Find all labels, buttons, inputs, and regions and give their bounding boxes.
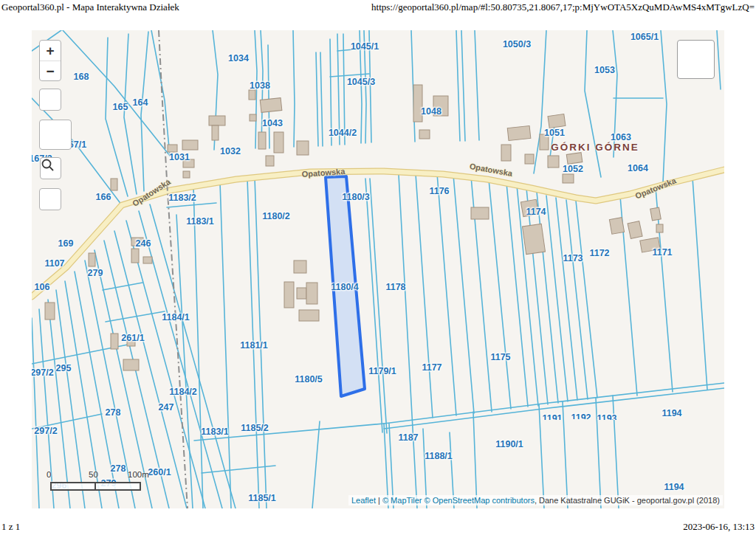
parcel-label: 1178 <box>385 282 405 292</box>
parcel-label: 1185/1 <box>248 493 276 503</box>
parcel-label: 1053 <box>594 65 615 75</box>
parcel-label: 1180/5 <box>295 374 323 384</box>
attribution-link[interactable]: © OpenStreetMap contributors <box>425 496 535 505</box>
zoom-in-button[interactable]: + <box>40 41 61 61</box>
parcel-label: 1190/1 <box>495 439 523 449</box>
parcel-label: 1187 <box>398 432 418 443</box>
parcel-label: 1183/1 <box>201 427 229 437</box>
parcel-label: 1044/2 <box>329 128 357 138</box>
attribution-text: | <box>376 496 382 505</box>
parcel-label: 1172 <box>589 248 609 258</box>
parcel-label: 1177 <box>422 362 441 373</box>
parcel-label: 1180/4 <box>331 282 359 292</box>
parcel-label: 297/2 <box>34 426 57 436</box>
parcel-label: 1176 <box>429 186 449 196</box>
parcel-label: 1050/3 <box>503 39 531 49</box>
parcel-label: 164 <box>133 97 148 108</box>
parcel-label: 166 <box>96 192 111 202</box>
print-header-url: https://geoportal360.pl/map/#l:50.80735,… <box>371 1 755 13</box>
parcel-label: 278 <box>106 407 121 418</box>
parcel-label: 1031 <box>169 152 190 162</box>
parcel-label: 1032 <box>220 146 241 156</box>
parcel-label: 1065/1 <box>630 32 659 42</box>
parcel-label: 1194 <box>662 408 681 418</box>
parcel-label: 247 <box>159 402 174 413</box>
parcel-label: 295 <box>56 363 72 373</box>
parcel-label: 1193 <box>597 413 616 420</box>
parcel-label: 1107 <box>44 258 64 269</box>
parcel-label: 106 <box>35 282 50 292</box>
map-corner-panel[interactable] <box>677 40 715 79</box>
parcel-label: 168 <box>74 72 89 82</box>
parcel-label: 1052 <box>563 164 583 174</box>
parcel-label: 1192 <box>571 413 591 419</box>
parcel-label: 297/2 <box>32 367 54 378</box>
print-header-title: Geoportal360.pl - Mapa Interaktywna Dzia… <box>1 1 179 13</box>
parcel-label: 1179/1 <box>368 366 396 376</box>
parcel-label: 1183/2 <box>168 193 196 203</box>
scale-tick-100m: 100m <box>128 470 149 479</box>
search-icon <box>41 158 55 172</box>
parcel-label: 1045/1 <box>351 41 379 52</box>
parcel-label: 1191 <box>542 413 562 420</box>
attribution-link[interactable]: Leaflet <box>351 496 376 505</box>
parcel-label: 1184/2 <box>169 387 197 397</box>
parcel-label: 1051 <box>544 128 565 138</box>
parcel-label: 1184/1 <box>162 312 190 322</box>
parcel-label: 169 <box>58 238 74 249</box>
parcel-label: 1180/3 <box>342 192 370 202</box>
parcel-label: 1064 <box>628 163 648 173</box>
parcel-label: 1183/1 <box>186 216 214 227</box>
parcel-label: 1034 <box>228 53 249 63</box>
map[interactable]: 16816516467/1167/21661183/21183/11692461… <box>32 30 724 508</box>
print-preview-page: Geoportal360.pl - Mapa Interaktywna Dzia… <box>0 0 756 535</box>
parcel-label: 1181/1 <box>240 340 268 351</box>
parcel-label: 246 <box>136 238 151 249</box>
scale-tick-0: 0 <box>47 470 51 479</box>
parcel-label: 279 <box>88 268 103 278</box>
map-tool-button-1[interactable] <box>39 89 61 111</box>
parcel-label: 1185/2 <box>241 423 269 433</box>
parcel-label: 261/1 <box>121 333 144 343</box>
parcel-label: 1188/1 <box>425 451 453 461</box>
attribution-link[interactable]: © MapTiler <box>382 496 422 505</box>
parcel-label: 165 <box>113 102 128 112</box>
parcel-label: 1048 <box>421 106 441 117</box>
parcel-label: 1175 <box>490 352 510 362</box>
attribution-text: , Dane Katastralne GUGiK - geoportal.gov… <box>535 496 720 505</box>
zoom-control: + − <box>39 40 61 81</box>
parcel-label: 1173 <box>563 253 583 263</box>
map-tool-button-3[interactable] <box>39 188 61 210</box>
parcel-label: 1043 <box>262 118 283 128</box>
scale-tick-50: 50 <box>89 470 98 479</box>
parcel-label: 1038 <box>250 80 270 91</box>
map-attribution: Leaflet | © MapTiler © OpenStreetMap con… <box>348 495 723 505</box>
scale-bar-rule <box>50 482 141 491</box>
parcel-label: 260/1 <box>148 467 171 477</box>
print-footer-page-number: 1 z 1 <box>1 521 20 533</box>
parcel-label: 1171 <box>652 247 672 258</box>
scale-bar: 0 50 100m <box>47 470 150 491</box>
parcel-label: 1194 <box>664 482 684 492</box>
parcel-label: 1045/3 <box>347 77 375 87</box>
map-tool-button-2[interactable] <box>39 120 72 150</box>
place-label-gorki-gorne: GÓRKI GÓRNE <box>551 142 639 153</box>
parcel-label: 1180/2 <box>262 211 290 221</box>
search-button[interactable] <box>40 157 61 179</box>
print-footer-timestamp: 2023-06-16, 13:13 <box>683 521 755 533</box>
zoom-out-button[interactable]: − <box>40 61 61 81</box>
parcel-label: 1174 <box>526 207 546 217</box>
admin-boundary-line <box>159 30 188 508</box>
